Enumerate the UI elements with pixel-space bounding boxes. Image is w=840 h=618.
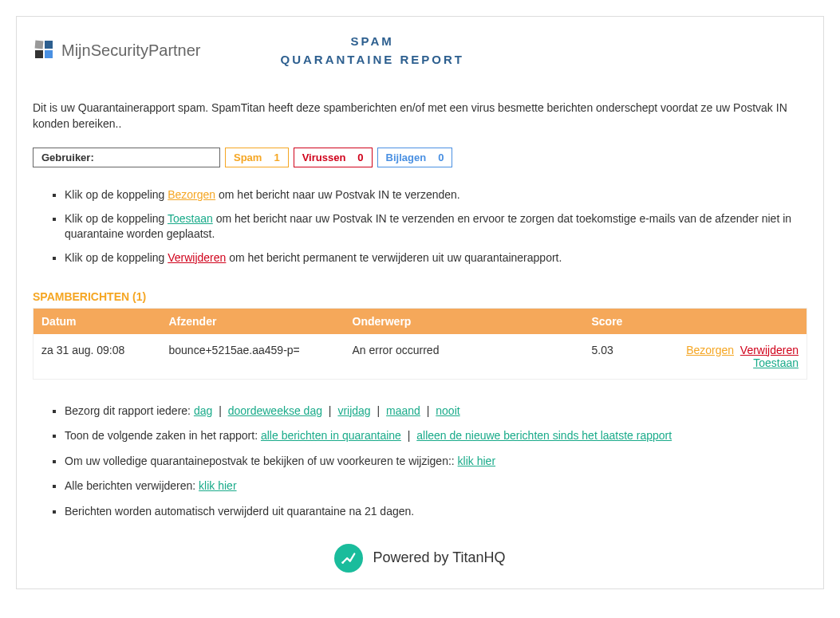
powered-text: Powered by TitanHQ — [373, 549, 505, 566]
spam-table: Datum Afzender Onderwerp Score za 31 aug… — [33, 308, 807, 380]
text: Toon de volgende zaken in het rapport: — [65, 429, 261, 442]
allow-link[interactable]: Toestaan — [168, 212, 213, 225]
header: MijnSecurityPartner SPAM QUARANTAINE REP… — [17, 33, 823, 69]
separator: | — [427, 404, 430, 417]
cell-score: 5.03 — [584, 334, 664, 380]
table-row: za 31 aug. 09:08 bounce+5215ae.aa459-p= … — [34, 334, 807, 380]
instruction-allow: Klik op de koppeling Toestaan om het ber… — [65, 211, 807, 242]
text: Klik op de koppeling — [65, 251, 168, 264]
text: om het bericht naar uw Postvak IN te ver… — [215, 188, 460, 201]
row-deliver-link[interactable]: Bezorgen — [686, 344, 734, 356]
report-title: SPAM QUARANTAINE REPORT — [281, 33, 464, 69]
cell-sender: bounce+5215ae.aa459-p= — [161, 334, 345, 380]
user-box: Gebruiker: — [33, 148, 220, 167]
instruction-deliver: Klik op de koppeling Bezorgen om het ber… — [65, 187, 807, 203]
svg-point-4 — [342, 561, 345, 564]
col-actions — [664, 308, 807, 334]
title-line2: QUARANTAINE REPORT — [281, 51, 464, 69]
svg-rect-0 — [35, 41, 44, 49]
auto-delete-note: Berichten worden automatisch verwijderd … — [65, 504, 807, 520]
separator: | — [408, 429, 411, 442]
freq-day[interactable]: dag — [194, 404, 212, 417]
instruction-delete: Klik op de koppeling Verwijderen om het … — [65, 250, 807, 266]
freq-never[interactable]: nooit — [436, 404, 459, 417]
cell-date: za 31 aug. 09:08 — [34, 334, 161, 380]
logo: MijnSecurityPartner — [33, 38, 201, 63]
frequency-option: Bezorg dit rapport iedere: dag | doordew… — [65, 403, 807, 419]
spam-section-title: SPAMBERICHTEN (1) — [17, 290, 823, 303]
prefs-option: Om uw volledige quarantainepostvak te be… — [65, 454, 807, 470]
separator: | — [219, 404, 222, 417]
freq-weekday[interactable]: doordeweekse dag — [228, 404, 322, 417]
delete-all-option: Alle berichten verwijderen: klik hier — [65, 478, 807, 494]
spam-count: 1 — [274, 152, 279, 163]
text: Klik op de koppeling — [65, 188, 168, 201]
spam-label: Spam — [234, 152, 262, 163]
text: Om uw volledige quarantainepostvak te be… — [65, 455, 458, 467]
row-allow-link[interactable]: Toestaan — [753, 356, 799, 369]
title-line1: SPAM — [281, 33, 464, 51]
text: om het bericht permanent te verwijderen … — [226, 251, 562, 264]
freq-friday[interactable]: vrijdag — [337, 404, 370, 417]
logo-text: MijnSecurityPartner — [61, 41, 201, 60]
col-subject: Onderwerp — [345, 308, 584, 334]
titanhq-icon — [334, 544, 363, 573]
text: Klik op de koppeling — [65, 212, 168, 225]
cell-subject: An error occurred — [345, 334, 584, 380]
prefs-link[interactable]: klik hier — [458, 455, 495, 467]
freq-month[interactable]: maand — [386, 404, 420, 417]
user-label: Gebruiker: — [41, 152, 94, 163]
table-header-row: Datum Afzender Onderwerp Score — [34, 308, 807, 334]
show-new[interactable]: alleen de nieuwe berichten sinds het laa… — [416, 429, 672, 442]
separator: | — [329, 404, 332, 417]
deliver-link[interactable]: Bezorgen — [168, 188, 215, 201]
separator: | — [377, 404, 381, 417]
col-date: Datum — [34, 308, 161, 334]
report-container: MijnSecurityPartner SPAM QUARANTAINE REP… — [16, 16, 824, 589]
row-delete-link[interactable]: Verwijderen — [740, 344, 799, 356]
delete-link[interactable]: Verwijderen — [168, 251, 226, 264]
attachment-count-box: Bijlagen 0 — [377, 148, 453, 167]
virus-label: Virussen — [302, 152, 346, 163]
text: Alle berichten verwijderen: — [65, 479, 199, 492]
stats-row: Gebruiker: Spam 1 Virussen 0 Bijlagen 0 — [17, 148, 823, 167]
show-option: Toon de volgende zaken in het rapport: a… — [65, 428, 807, 444]
intro-text: Dit is uw Quarantainerapport spam. SpamT… — [17, 100, 823, 132]
footer-options: Bezorg dit rapport iedere: dag | doordew… — [17, 403, 823, 520]
col-sender: Afzender — [161, 308, 345, 334]
instructions-list: Klik op de koppeling Bezorgen om het ber… — [17, 187, 823, 266]
powered-by: Powered by TitanHQ — [17, 544, 823, 573]
svg-rect-1 — [45, 41, 53, 49]
virus-count: 0 — [357, 152, 363, 163]
spam-count-box: Spam 1 — [225, 148, 289, 167]
svg-rect-3 — [45, 50, 53, 58]
virus-count-box: Virussen 0 — [294, 148, 373, 167]
cell-actions: Bezorgen Verwijderen Toestaan — [664, 334, 807, 380]
attach-count: 0 — [438, 152, 444, 163]
svg-rect-2 — [35, 50, 43, 58]
logo-icon — [33, 38, 55, 63]
attach-label: Bijlagen — [386, 152, 427, 163]
delete-all-link[interactable]: klik hier — [199, 479, 236, 492]
col-score: Score — [584, 308, 664, 334]
show-all[interactable]: alle berichten in quarantaine — [261, 429, 401, 442]
text: Bezorg dit rapport iedere: — [65, 404, 194, 417]
